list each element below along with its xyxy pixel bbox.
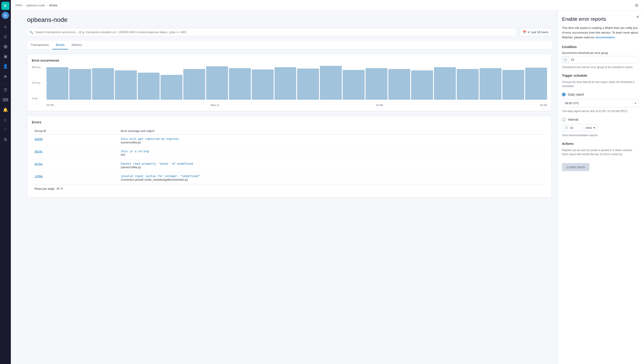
error-message[interactable]: this is a string <box>121 150 544 153</box>
chart-bar <box>69 69 91 100</box>
reports-icon[interactable]: ☰ <box>1 86 10 94</box>
chart-y-labels: 350 occ. 175 occ. 0 occ. <box>32 66 45 100</box>
error-id-link[interactable]: 1299a <box>35 174 43 178</box>
alerts-icon[interactable]: 🔔 <box>1 105 10 114</box>
clock-icon: 🕐 <box>564 126 568 130</box>
threshold-hint: Threshold to be met for error group to b… <box>562 65 638 69</box>
condition-title: Condition <box>562 45 638 49</box>
topbar: APM / opbeans-node / Errors ⚙ <box>11 0 643 11</box>
tab-errors[interactable]: Errors <box>52 41 68 50</box>
topbar-settings-icon[interactable]: ⚙ <box>635 3 638 8</box>
map-icon[interactable]: ◈ <box>1 72 10 81</box>
chart-bar <box>366 68 387 100</box>
x-label-3: 03 AM <box>376 104 383 106</box>
daily-time-select-wrap: 08:00 UTC ▾ <box>562 99 638 107</box>
table-row: 0b16c this is a string N/A <box>32 147 547 160</box>
error-id-cell[interactable]: 4cc5a <box>32 160 118 172</box>
y-label-bot: 0 occ. <box>32 97 45 100</box>
radio-daily-label: Daily report <box>568 93 584 96</box>
users-icon[interactable]: 👤 <box>1 62 10 71</box>
y-label-mid: 175 occ. <box>32 82 45 84</box>
dashboard-icon[interactable]: ▦ <box>1 42 10 51</box>
table-row: 4c83d this will get captured by express … <box>32 135 547 147</box>
time-range-label: Last 18 hours <box>531 30 548 34</box>
kibana-logo[interactable]: K <box>1 2 10 10</box>
chart-bar <box>206 66 228 100</box>
dev-tools-icon[interactable]: ⌨ <box>1 96 10 104</box>
chart-bar <box>92 68 114 100</box>
chart-bar <box>229 68 251 100</box>
table-row: 4cc5a Cannot read property 'level' of un… <box>32 160 547 172</box>
chart-bar <box>297 68 319 100</box>
error-id-link[interactable]: 4c83d <box>35 137 43 141</box>
interval-input[interactable] <box>570 126 579 130</box>
col-error-message: Error message and culprit <box>118 128 547 135</box>
calendar-icon: 📅 <box>523 30 526 34</box>
breadcrumb-service[interactable]: opbeans-node <box>26 4 45 7</box>
radio-daily[interactable]: Daily report <box>562 93 638 96</box>
settings-icon[interactable]: ⚙ <box>1 135 10 144</box>
chart-bar <box>411 70 433 100</box>
create-watch-button[interactable]: Create watch <box>562 163 589 171</box>
radio-daily-circle <box>562 93 565 96</box>
chart-bar <box>47 67 68 100</box>
chart-bar <box>161 75 182 100</box>
search-icon-inner: 🔍 <box>29 30 33 34</box>
chart-card: Error occurrences 350 occ. 175 occ. 0 oc… <box>27 54 552 111</box>
actions-title: Actions <box>562 142 638 146</box>
threshold-input[interactable] <box>568 56 638 63</box>
threshold-input-wrap: # <box>562 56 638 63</box>
search-input[interactable] <box>27 28 517 36</box>
chart-bar <box>115 70 137 100</box>
error-id-cell[interactable]: 0b16c <box>32 147 118 160</box>
error-detail-cell: this will get captured by express (serve… <box>118 135 547 147</box>
error-id-link[interactable]: 4cc5a <box>35 162 43 166</box>
panel-close-button[interactable]: ✕ <box>636 14 639 20</box>
errors-table: Group ID Error message and culprit 4c83d… <box>32 128 547 184</box>
content-area: opbeans-node 🔍 📅 ▾ Last 18 hours Transac… <box>22 11 557 364</box>
chart-bar <box>434 67 456 100</box>
canvas-icon[interactable]: ▣ <box>1 52 10 61</box>
error-message[interactable]: invalid input syntax for integer: "undef… <box>121 174 544 178</box>
breadcrumb: APM / opbeans-node / Errors <box>15 4 57 7</box>
chart-bar <box>388 69 410 100</box>
date-picker-button[interactable]: 📅 ▾ Last 18 hours <box>519 28 552 36</box>
sidebar-divider <box>2 83 9 83</box>
page-title: opbeans-node <box>27 16 552 24</box>
main-wrapper: opbeans-node 🔍 📅 ▾ Last 18 hours Transac… <box>22 11 643 364</box>
chart-title: Error occurrences <box>32 59 547 62</box>
error-message[interactable]: this will get captured by express <box>121 137 544 141</box>
breadcrumb-apm[interactable]: APM <box>15 4 22 7</box>
chart-bar <box>457 69 479 100</box>
error-culprit: (server/coffee.js) <box>121 141 141 144</box>
table-row: 1299a invalid input syntax for integer: … <box>32 172 547 184</box>
user-avatar[interactable]: D <box>2 12 9 19</box>
chart-bar <box>480 68 501 100</box>
trigger-title: Trigger schedule <box>562 74 638 77</box>
home-icon[interactable]: ⌂ <box>1 22 10 31</box>
right-panel: ✕ Enable error reports This form will as… <box>557 11 643 364</box>
error-id-cell[interactable]: 4c83d <box>32 135 118 147</box>
error-message[interactable]: Cannot read property 'level' of undefine… <box>121 162 544 166</box>
rows-per-page-chevron[interactable]: ▾ <box>61 187 63 190</box>
breadcrumb-sep-2: / <box>47 4 48 7</box>
apm-icon[interactable]: ◇ <box>1 115 10 124</box>
interval-input-wrap: 🕐 <box>562 124 581 132</box>
error-id-link[interactable]: 0b16c <box>35 150 43 153</box>
error-id-cell[interactable]: 1299a <box>32 172 118 184</box>
radio-interval-label: Interval <box>568 118 578 121</box>
monitoring-icon[interactable]: ♡ <box>1 125 10 134</box>
search-icon[interactable]: ◎ <box>1 32 10 41</box>
tab-transactions[interactable]: Transactions <box>27 41 52 50</box>
interval-row: 🕐 mins ▾ <box>562 124 638 132</box>
col-group-id: Group ID <box>32 128 118 135</box>
errors-card: Errors Group ID Error message and culpri… <box>27 116 552 198</box>
mins-select[interactable]: mins ▾ <box>583 124 598 132</box>
error-detail-cell: invalid input syntax for integer: "undef… <box>118 172 547 184</box>
daily-time-select[interactable]: 08:00 UTC <box>562 99 638 107</box>
tab-metrics[interactable]: Metrics <box>68 41 86 50</box>
search-row: 🔍 📅 ▾ Last 18 hours <box>27 28 552 36</box>
doc-link[interactable]: documentation. <box>595 36 615 39</box>
x-label-4: 06 AM <box>540 104 547 106</box>
radio-interval[interactable]: Interval <box>562 118 638 121</box>
